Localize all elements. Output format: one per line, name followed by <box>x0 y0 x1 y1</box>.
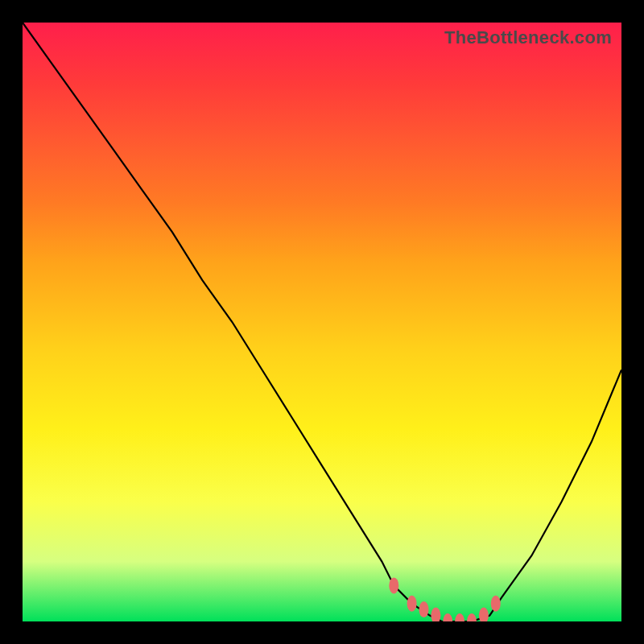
bottleneck-curve <box>23 23 621 621</box>
marker-dot <box>431 608 440 621</box>
chart-svg <box>23 23 621 621</box>
marker-dot <box>443 613 452 621</box>
marker-dot <box>491 596 501 612</box>
marker-dot <box>479 608 489 621</box>
marker-dot <box>455 613 464 621</box>
marker-dot <box>407 596 417 612</box>
marker-dot <box>467 613 477 621</box>
marker-dot <box>389 577 398 593</box>
optimal-zone-markers <box>389 577 501 621</box>
marker-dot <box>419 601 429 617</box>
chart-frame: TheBottleneck.com <box>0 0 644 644</box>
plot-area: TheBottleneck.com <box>23 23 621 621</box>
